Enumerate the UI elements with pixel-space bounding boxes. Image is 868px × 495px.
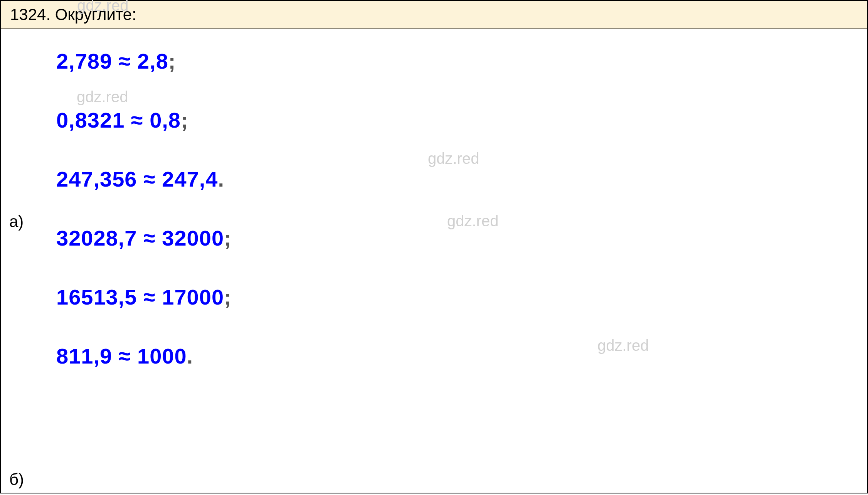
punctuation: ;: [224, 226, 232, 250]
result-value: 1000: [137, 344, 187, 368]
approx-symbol: ≈: [119, 344, 131, 368]
solution-row: 247,356 ≈ 247,4.: [56, 167, 858, 192]
part-a-label: а): [9, 212, 24, 231]
solution-row: 32028,7 ≈ 32000;: [56, 226, 858, 251]
approx-symbol: ≈: [119, 49, 131, 73]
part-b-label: б): [9, 470, 24, 489]
approx-symbol: ≈: [131, 108, 143, 132]
source-value: 811,9: [56, 344, 112, 368]
source-value: 16513,5: [56, 285, 137, 309]
result-value: 2,8: [137, 49, 168, 73]
problem-title: 1324. Округлите:: [10, 5, 136, 24]
result-value: 0,8: [150, 108, 181, 132]
watermark-text: gdz.red: [428, 150, 479, 167]
solution-content: gdz.red gdz.red gdz.red gdz.red а) б) 2,…: [0, 29, 868, 493]
problem-header: 1324. Округлите: gdz.red: [0, 0, 868, 29]
result-value: 32000: [162, 226, 224, 250]
approx-symbol: ≈: [143, 285, 156, 309]
punctuation: ;: [168, 49, 176, 73]
punctuation: ;: [224, 285, 232, 309]
source-value: 247,356: [56, 167, 137, 191]
punctuation: ;: [181, 108, 188, 132]
watermark-text: gdz.red: [77, 88, 128, 106]
punctuation: .: [187, 344, 193, 368]
approx-symbol: ≈: [143, 226, 156, 250]
approx-symbol: ≈: [143, 167, 156, 191]
result-value: 17000: [162, 285, 224, 309]
problem-number: 1324.: [10, 5, 50, 24]
solution-row: 16513,5 ≈ 17000;: [56, 285, 858, 310]
source-value: 2,789: [56, 49, 112, 73]
punctuation: .: [218, 167, 224, 191]
source-value: 32028,7: [56, 226, 137, 250]
solution-row: 811,9 ≈ 1000.: [56, 343, 858, 369]
solution-row: 2,789 ≈ 2,8;: [56, 49, 858, 74]
solution-row: 0,8321 ≈ 0,8;: [56, 108, 858, 133]
result-value: 247,4: [162, 167, 218, 191]
source-value: 0,8321: [56, 108, 124, 132]
problem-instruction: Округлите:: [55, 5, 136, 24]
